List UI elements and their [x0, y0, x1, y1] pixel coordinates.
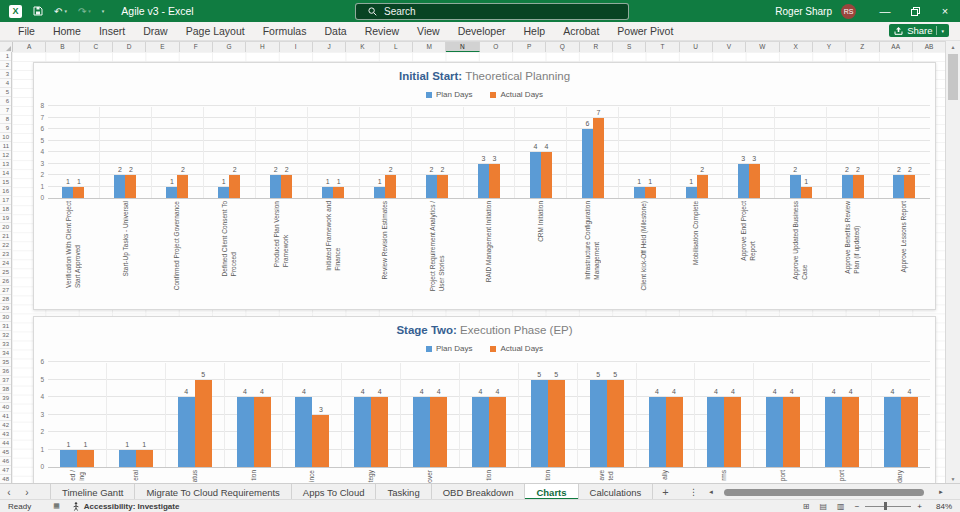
horizontal-scroll-thumb[interactable] [724, 489, 924, 496]
row-header-7[interactable]: 7 [0, 106, 11, 115]
page-layout-view-icon[interactable]: ▤ [820, 502, 828, 511]
column-header-e[interactable]: E [146, 42, 179, 52]
normal-view-icon[interactable]: ⊞ [803, 502, 810, 511]
row-header-36[interactable]: 36 [0, 367, 11, 376]
sheet-tab-apps-to-cloud[interactable]: Apps To Cloud [292, 484, 377, 500]
column-header-a[interactable]: A [13, 42, 46, 52]
ribbon-tab-data[interactable]: Data [315, 25, 355, 37]
row-header-1[interactable]: 1 [0, 52, 11, 61]
ribbon-tab-home[interactable]: Home [44, 25, 90, 37]
sheet-tab-migrate-to-cloud-requirements[interactable]: Migrate To Cloud Requirements [135, 484, 291, 500]
sheet-tab-charts[interactable]: Charts [525, 484, 578, 500]
column-header-x[interactable]: X [780, 42, 813, 52]
row-header-15[interactable]: 15 [0, 178, 11, 187]
macro-record-icon[interactable]: ▦ [53, 502, 60, 510]
minimize-button[interactable]: — [870, 0, 900, 22]
row-header-45[interactable]: 45 [0, 448, 11, 457]
close-button[interactable]: × [930, 0, 960, 22]
row-header-19[interactable]: 19 [0, 214, 11, 223]
row-header-12[interactable]: 12 [0, 151, 11, 160]
save-button[interactable] [33, 6, 43, 16]
row-header-31[interactable]: 31 [0, 322, 11, 331]
column-header-l[interactable]: L [380, 42, 413, 52]
hscroll-left-icon[interactable]: ◄ [708, 489, 714, 495]
column-header-z[interactable]: Z [846, 42, 879, 52]
zoom-level[interactable]: 84% [932, 502, 952, 511]
ribbon-tab-view[interactable]: View [408, 25, 449, 37]
zoom-in-button[interactable]: + [917, 502, 922, 511]
ribbon-tab-insert[interactable]: Insert [90, 25, 134, 37]
column-header-n[interactable]: N [446, 42, 479, 52]
sheet-next-icon[interactable]: › [18, 484, 36, 500]
column-header-h[interactable]: H [246, 42, 279, 52]
horizontal-scrollbar[interactable] [720, 488, 932, 496]
sheet-tab-calculations[interactable]: Calculations [579, 484, 654, 500]
undo-button[interactable]: ↶ ▾ [54, 6, 67, 17]
row-header-40[interactable]: 40 [0, 403, 11, 412]
column-header-aa[interactable]: AA [880, 42, 913, 52]
ribbon-tab-formulas[interactable]: Formulas [254, 25, 316, 37]
row-header-14[interactable]: 14 [0, 169, 11, 178]
ribbon-tab-draw[interactable]: Draw [134, 25, 177, 37]
row-header-2[interactable]: 2 [0, 61, 11, 70]
ribbon-tab-power-pivot[interactable]: Power Pivot [608, 25, 682, 37]
ribbon-tab-acrobat[interactable]: Acrobat [554, 25, 608, 37]
row-header-11[interactable]: 11 [0, 142, 11, 151]
row-header-42[interactable]: 42 [0, 421, 11, 430]
row-header-9[interactable]: 9 [0, 124, 11, 133]
row-header-47[interactable]: 47 [0, 466, 11, 475]
sheet-tab-tasking[interactable]: Tasking [376, 484, 431, 500]
row-header-13[interactable]: 13 [0, 160, 11, 169]
row-header-18[interactable]: 18 [0, 205, 11, 214]
select-all-corner[interactable] [0, 42, 13, 52]
chart-stage-two[interactable]: Stage Two: Execution Phase (EP) Plan Day… [33, 316, 936, 484]
row-header-43[interactable]: 43 [0, 430, 11, 439]
row-header-16[interactable]: 16 [0, 187, 11, 196]
zoom-out-button[interactable]: − [855, 502, 860, 511]
column-header-q[interactable]: Q [546, 42, 579, 52]
row-header-37[interactable]: 37 [0, 376, 11, 385]
sheet-tab-obd-breakdown[interactable]: OBD Breakdown [432, 484, 526, 500]
row-header-21[interactable]: 21 [0, 232, 11, 241]
column-header-p[interactable]: P [513, 42, 546, 52]
column-header-d[interactable]: D [113, 42, 146, 52]
column-header-r[interactable]: R [580, 42, 613, 52]
row-header-6[interactable]: 6 [0, 97, 11, 106]
row-header-34[interactable]: 34 [0, 349, 11, 358]
column-header-v[interactable]: V [713, 42, 746, 52]
row-header-30[interactable]: 30 [0, 313, 11, 322]
column-header-u[interactable]: U [680, 42, 713, 52]
row-header-4[interactable]: 4 [0, 79, 11, 88]
column-header-ab[interactable]: AB [913, 42, 946, 52]
redo-button[interactable]: ↷ ▾ [78, 6, 91, 17]
vertical-scrollbar[interactable]: ▲ ▼ [945, 41, 960, 484]
row-header-35[interactable]: 35 [0, 358, 11, 367]
zoom-slider[interactable] [865, 506, 911, 507]
column-header-b[interactable]: B [46, 42, 79, 52]
ribbon-tab-page-layout[interactable]: Page Layout [177, 25, 254, 37]
column-header-c[interactable]: C [80, 42, 113, 52]
row-header-28[interactable]: 28 [0, 295, 11, 304]
row-header-39[interactable]: 39 [0, 394, 11, 403]
row-header-10[interactable]: 10 [0, 133, 11, 142]
ribbon-tab-help[interactable]: Help [515, 25, 555, 37]
column-header-y[interactable]: Y [813, 42, 846, 52]
row-header-8[interactable]: 8 [0, 115, 11, 124]
row-header-41[interactable]: 41 [0, 412, 11, 421]
scroll-up-icon[interactable]: ▲ [946, 41, 960, 52]
share-button[interactable]: Share ▾ [889, 24, 949, 37]
column-header-f[interactable]: F [180, 42, 213, 52]
column-header-w[interactable]: W [746, 42, 779, 52]
ribbon-tab-developer[interactable]: Developer [449, 25, 515, 37]
hscroll-right-icon[interactable]: ► [938, 489, 944, 495]
ribbon-tab-file[interactable]: File [9, 25, 44, 37]
row-header-22[interactable]: 22 [0, 241, 11, 250]
add-sheet-button[interactable]: + [653, 484, 677, 500]
search-input[interactable]: Search [355, 3, 629, 20]
column-header-t[interactable]: T [646, 42, 679, 52]
avatar[interactable]: RS [841, 4, 856, 19]
sheet-tab-timeline-gantt[interactable]: Timeline Gantt [50, 484, 135, 500]
column-header-i[interactable]: I [280, 42, 313, 52]
row-header-46[interactable]: 46 [0, 457, 11, 466]
column-header-m[interactable]: M [413, 42, 446, 52]
